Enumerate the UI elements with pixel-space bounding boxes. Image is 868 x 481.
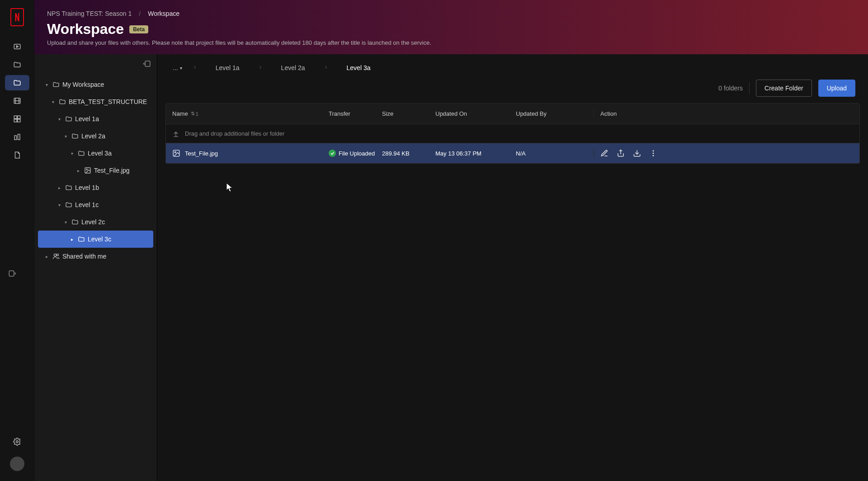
crumb-project[interactable]: NPS Training TEST: Season 1 [47, 10, 132, 17]
rail-grid-icon[interactable] [5, 111, 29, 127]
page-header: NPS Training TEST: Season 1 / Workspace … [34, 0, 868, 54]
svg-rect-12 [9, 271, 14, 276]
crumb-sep: / [139, 10, 141, 17]
tree-node[interactable]: ▸Level 3c [38, 231, 153, 248]
svg-marker-1 [16, 46, 18, 48]
folder-icon [52, 81, 60, 88]
chevron-down-icon[interactable]: ▾ [62, 134, 69, 139]
rail-folder-icon[interactable] [5, 57, 29, 72]
page-subtitle: Upload and share your files with others.… [47, 39, 855, 46]
image-file-icon [172, 149, 180, 157]
svg-rect-7 [17, 116, 20, 118]
chevron-right-icon[interactable]: ▸ [69, 237, 75, 242]
svg-point-17 [54, 254, 56, 256]
svg-point-25 [653, 155, 654, 156]
file-tree: ▾My Workspace▾BETA_TEST_STRUCTURE▾Level … [34, 76, 157, 265]
col-size[interactable]: Size [382, 110, 435, 117]
app-logo[interactable] [10, 8, 24, 26]
drop-zone[interactable]: Drag and drop additional files or folder [166, 124, 859, 143]
expand-rail-icon[interactable] [8, 269, 16, 279]
chevron-right-icon [320, 64, 332, 71]
chevron-down-icon[interactable]: ▾ [69, 151, 75, 156]
page-title: Workspace [47, 21, 124, 38]
sort-indicator-icon: ⇅1 [191, 111, 198, 117]
tree-node[interactable]: ▾BETA_TEST_STRUCTURE [34, 93, 157, 110]
folder-icon [65, 184, 72, 191]
tree-node[interactable]: ▾Level 1c [34, 196, 157, 213]
breadcrumb-ellipsis[interactable]: ...▾ [170, 62, 185, 73]
folder-icon [59, 98, 66, 105]
divider [749, 82, 750, 94]
chevron-down-icon[interactable]: ▾ [50, 99, 56, 104]
rail-film-icon[interactable] [5, 93, 29, 108]
download-icon[interactable] [633, 149, 641, 157]
left-rail [0, 0, 34, 481]
tree-node[interactable]: ▾Level 2a [34, 127, 157, 145]
edit-icon[interactable] [600, 149, 609, 157]
chevron-down-icon[interactable]: ▾ [56, 203, 62, 207]
svg-rect-6 [14, 116, 17, 118]
breadcrumb-item[interactable]: Level 1a [205, 62, 250, 73]
more-icon[interactable] [649, 149, 657, 157]
chevron-right-icon[interactable]: ▸ [75, 168, 81, 173]
tree-sidebar: ▾My Workspace▾BETA_TEST_STRUCTURE▾Level … [34, 54, 157, 481]
table-header: Name ⇅1 Transfer Size Updated On Updated… [166, 104, 859, 124]
tree-node-label: Shared with me [62, 253, 106, 260]
tree-node[interactable]: ▾Level 1a [34, 110, 157, 127]
tree-node[interactable]: ▾Level 2c [34, 213, 157, 231]
chevron-down-icon[interactable]: ▾ [62, 220, 69, 225]
col-action: Action [594, 110, 859, 117]
transfer-status: File Uploaded [339, 150, 375, 157]
settings-icon[interactable] [13, 438, 21, 448]
tree-node[interactable]: ▸Level 1b [34, 179, 157, 196]
tree-node-label: Level 2c [81, 218, 105, 226]
col-name[interactable]: Name ⇅1 [166, 110, 329, 117]
main: NPS Training TEST: Season 1 / Workspace … [34, 0, 868, 481]
upload-button[interactable]: Upload [818, 80, 855, 97]
tree-node-label: Level 3c [88, 236, 111, 243]
breadcrumb-item[interactable]: Level 2a [270, 62, 316, 73]
create-folder-button[interactable]: Create Folder [756, 80, 812, 97]
chevron-right-icon [254, 64, 267, 71]
rail-document-icon[interactable] [5, 147, 29, 163]
share-icon[interactable] [617, 149, 625, 157]
file-area: ...▾ Level 1a Level 2a Level 3a 0 folder… [157, 54, 868, 481]
svg-rect-9 [17, 119, 20, 122]
chevron-right-icon[interactable]: ▸ [56, 185, 62, 190]
svg-point-20 [175, 151, 176, 153]
drop-hint: Drag and drop additional files or folder [185, 130, 284, 137]
breadcrumb-top: NPS Training TEST: Season 1 / Workspace [47, 10, 855, 17]
tree-node-label: Level 3a [88, 150, 112, 157]
user-avatar[interactable] [10, 457, 24, 471]
folder-breadcrumb: ...▾ Level 1a Level 2a Level 3a [157, 54, 868, 77]
chevron-down-icon[interactable]: ▾ [56, 117, 62, 122]
file-name: Test_File.jpg [185, 150, 218, 157]
file-size: 289.94 KB [382, 150, 435, 157]
svg-rect-11 [18, 134, 20, 140]
rail-play-icon[interactable] [5, 39, 29, 54]
tree-node[interactable]: ▸Shared with me [34, 248, 157, 265]
rail-workspace-icon[interactable] [5, 75, 29, 90]
tree-node-label: My Workspace [62, 81, 104, 88]
svg-point-23 [653, 150, 654, 151]
image-icon [84, 167, 91, 174]
tree-node[interactable]: ▸Test_File.jpg [34, 162, 157, 179]
table-row[interactable]: Test_File.jpg File Uploaded 289.94 KB Ma… [166, 143, 859, 163]
col-updated-by[interactable]: Updated By [516, 110, 594, 117]
folder-icon [71, 218, 79, 226]
tree-node[interactable]: ▾My Workspace [34, 76, 157, 93]
svg-rect-10 [14, 136, 17, 140]
chevron-down-icon[interactable]: ▾ [43, 82, 50, 87]
folder-count: 0 folders [718, 85, 743, 92]
tree-node[interactable]: ▾Level 3a [34, 145, 157, 162]
beta-badge: Beta [129, 25, 148, 33]
tree-node-label: Test_File.jpg [94, 167, 130, 174]
chevron-right-icon[interactable]: ▸ [43, 254, 50, 259]
success-icon [329, 150, 336, 157]
svg-point-13 [16, 441, 18, 443]
folder-icon [65, 115, 72, 123]
col-updated-on[interactable]: Updated On [435, 110, 516, 117]
collapse-sidebar-icon[interactable] [142, 60, 151, 70]
col-transfer[interactable]: Transfer [329, 110, 382, 117]
rail-buildings-icon[interactable] [5, 129, 29, 145]
